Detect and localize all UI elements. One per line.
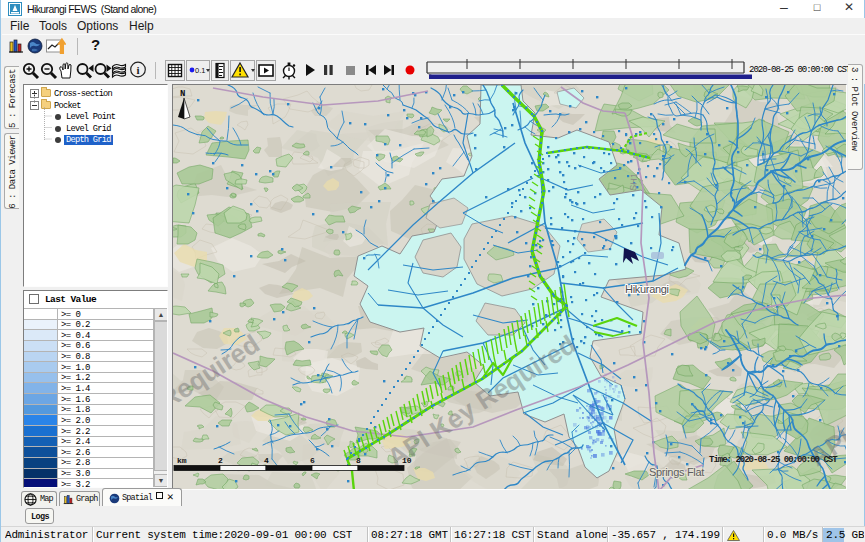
svg-text:0.1: 0.1: [195, 66, 205, 75]
svg-text:2: 2: [218, 456, 223, 465]
svg-text:10: 10: [402, 456, 412, 465]
svg-text:N: N: [180, 89, 185, 99]
svg-text:SH1: SH1: [628, 173, 639, 191]
svg-text:Time: 2020-08-25 00:00:00 CST: Time: 2020-08-25 00:00:00 CST: [709, 455, 838, 465]
svg-text:i: i: [136, 64, 139, 76]
svg-text:4: 4: [264, 456, 269, 465]
svg-text:Hikurangi: Hikurangi: [625, 283, 669, 295]
svg-text:Springs Flat: Springs Flat: [649, 466, 704, 478]
svg-text:8: 8: [356, 456, 361, 465]
svg-text:6: 6: [310, 456, 315, 465]
svg-text:km: km: [177, 456, 187, 465]
